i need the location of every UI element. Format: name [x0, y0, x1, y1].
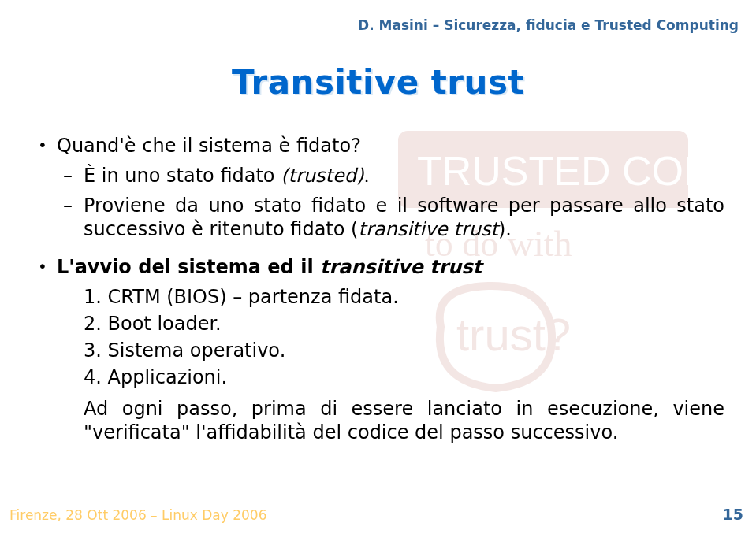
text-italic-trusted: (trusted)	[281, 165, 363, 187]
step-4-apps: 4. Applicazioni.	[38, 365, 724, 389]
text-bold: L'avvio del sistema ed il	[57, 256, 320, 278]
bullet-boot-sequence: L'avvio del sistema ed il transitive tru…	[38, 255, 724, 279]
header-separator: –	[428, 17, 444, 33]
step-2-bootloader: 2. Boot loader.	[38, 312, 724, 336]
text-bolditalic: transitive trust	[320, 256, 482, 278]
verification-paragraph: Ad ogni passo, prima di essere lanciato …	[38, 397, 724, 444]
slide-title: Transitive trust	[0, 63, 756, 102]
page-number: 15	[723, 506, 743, 523]
text-part: ).	[498, 218, 512, 240]
slide-content: Quand'è che il sistema è fidato? È in un…	[38, 134, 724, 444]
footer-event: Firenze, 28 Ott 2006 – Linux Day 2006	[9, 507, 266, 523]
text-part: .	[363, 165, 370, 187]
step-3-os: 3. Sistema operativo.	[38, 339, 724, 362]
step-1-crtm: 1. CRTM (BIOS) – partenza fidata.	[38, 285, 724, 309]
author-name: D. Masini	[358, 17, 428, 33]
text-part: È in uno stato fidato	[84, 165, 281, 187]
bullet-question: Quand'è che il sistema è fidato?	[38, 134, 724, 158]
header-topic: Sicurezza, fiducia e Trusted Computing	[444, 17, 739, 33]
sub-bullet-transitive-def: Proviene da uno stato fidato e il softwa…	[38, 194, 724, 241]
slide-header: D. Masini – Sicurezza, fiducia e Trusted…	[358, 17, 739, 33]
sub-bullet-trusted-state: È in uno stato fidato (trusted).	[38, 164, 724, 187]
slide-footer: Firenze, 28 Ott 2006 – Linux Day 2006 15	[9, 506, 743, 523]
text-italic-transitive: transitive trust	[358, 218, 497, 240]
